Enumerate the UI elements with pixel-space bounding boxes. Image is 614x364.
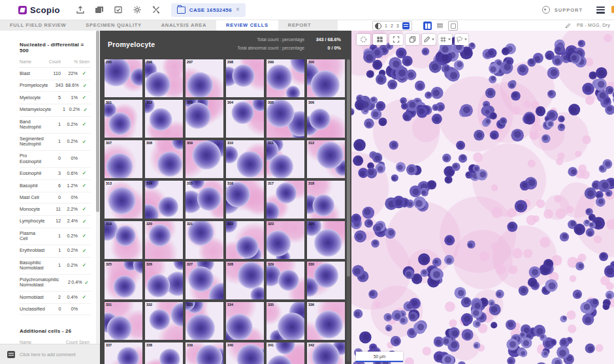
cell-tile[interactable]: 322 — [226, 221, 264, 259]
cases-icon[interactable] — [95, 5, 104, 14]
split-view-button[interactable] — [423, 22, 432, 30]
table-row-unclassified[interactable]: Unclassified00% — [20, 304, 91, 316]
table-row-eosinophil[interactable]: Eosinophil30.6%✓ — [20, 168, 91, 180]
cell-tile[interactable]: 334 — [226, 302, 264, 340]
tab-full-field-review[interactable]: FULL FIELD REVIEW — [0, 20, 76, 31]
layers-icon[interactable] — [406, 34, 419, 45]
lasso-tool-button[interactable] — [455, 34, 468, 45]
table-row-myelocyte[interactable]: Myelocyte51%✓ — [20, 92, 91, 104]
tab-report[interactable]: REPORT — [278, 20, 321, 31]
pencil-tool-button[interactable] — [422, 34, 436, 45]
cell-tile[interactable]: 330 — [307, 262, 345, 299]
scan-review-icon[interactable] — [114, 5, 123, 14]
cell-tile[interactable]: 311 — [267, 140, 304, 178]
expand-icon[interactable] — [389, 34, 403, 45]
table-row-promyelocyte[interactable]: Promyelocyte34368.6%✓ — [20, 80, 91, 93]
cell-tile[interactable]: 310 — [226, 140, 264, 178]
cell-tile[interactable]: 323 — [267, 221, 304, 259]
cell-tile[interactable]: 296 — [145, 59, 183, 97]
cell-tile[interactable]: 313 — [105, 181, 142, 219]
cell-tile[interactable]: 308 — [145, 140, 183, 178]
sidebar-scrollbar[interactable] — [96, 31, 99, 344]
table-row-basophilic-normoblast[interactable]: Basophilic Normoblast10.2%✓ — [20, 258, 91, 275]
table-row-mast-cell[interactable]: Mast Cell00% — [20, 192, 91, 204]
cell-tile[interactable]: 298 — [226, 59, 264, 97]
selection-circle-icon[interactable] — [357, 34, 370, 45]
zoom-level-2[interactable]: 2 — [391, 23, 393, 28]
full-field-viewer[interactable]: 50 μm — [351, 31, 614, 364]
cell-tile[interactable]: 309 — [186, 140, 223, 178]
support-button[interactable]: SUPPORT — [555, 7, 583, 13]
cell-tile[interactable]: 327 — [186, 262, 223, 299]
zoom-level-all-button[interactable] — [402, 22, 410, 29]
tab-analysis-area[interactable]: ANALYSIS AREA — [152, 20, 216, 31]
cell-tile[interactable]: 340 — [226, 342, 264, 364]
cell-tile[interactable]: 331 — [105, 302, 142, 340]
cell-tile[interactable]: 332 — [145, 302, 183, 340]
cell-tile[interactable]: 302 — [145, 100, 183, 138]
cell-tile[interactable]: 318 — [307, 181, 345, 219]
cell-tile[interactable]: 303 — [186, 100, 223, 138]
cell-tile[interactable]: 326 — [145, 262, 183, 299]
cell-tile[interactable]: 319 — [105, 221, 142, 259]
settings-gear-icon[interactable] — [133, 5, 142, 14]
list-view-button[interactable] — [436, 22, 444, 30]
table-row-blast[interactable]: Blast11022%✓ — [20, 68, 91, 80]
cell-tile[interactable]: 306 — [307, 100, 345, 138]
table-row-basophil[interactable]: Basophil61.2%✓ — [20, 180, 91, 192]
cell-tile[interactable]: 314 — [145, 181, 183, 219]
cell-tile[interactable]: 338 — [145, 342, 183, 364]
cell-tile[interactable]: 312 — [307, 140, 345, 178]
cell-tile[interactable]: 329 — [267, 262, 304, 299]
cell-tile[interactable]: 320 — [145, 221, 183, 259]
tools-icon[interactable] — [152, 5, 161, 14]
table-row-band-neutrophil[interactable]: Band Neutrophil10.2%✓ — [20, 117, 91, 134]
thumbnails-icon[interactable] — [373, 34, 387, 45]
cell-tile[interactable]: 342 — [307, 342, 345, 364]
table-row-polychromatophilic-normoblast[interactable]: Polychromatophilic Normoblast20.4%✓ — [20, 275, 91, 292]
cell-tile[interactable]: 321 — [186, 221, 223, 259]
cell-tile[interactable]: 341 — [267, 342, 304, 364]
table-row-segmented-neutrophil[interactable]: Segmented Neutrophil10.2%✓ — [20, 134, 91, 151]
cell-tile[interactable]: 315 — [186, 181, 223, 219]
cell-tile[interactable]: 295 — [105, 59, 142, 97]
cell-tile[interactable]: 337 — [105, 342, 142, 364]
cell-tile[interactable]: 301 — [105, 100, 142, 138]
cell-tile[interactable]: 304 — [226, 100, 264, 138]
save-view-button[interactable] — [448, 21, 458, 31]
cell-tile[interactable]: 336 — [307, 302, 345, 340]
case-close-icon[interactable]: × — [236, 7, 240, 13]
cell-tile[interactable]: 297 — [186, 59, 223, 97]
zoom-level-1[interactable]: 1 — [385, 23, 387, 28]
table-row-lymphocyte[interactable]: Lymphocyte122.4%✓ — [20, 216, 91, 228]
cell-tile[interactable]: 305 — [267, 100, 304, 138]
cell-tile[interactable]: 324 — [307, 221, 345, 259]
cell-tile[interactable]: 316 — [226, 181, 264, 219]
cell-tile[interactable]: 317 — [267, 181, 304, 219]
cell-tile[interactable]: 300 — [307, 59, 345, 97]
comment-input[interactable]: Click here to add comment — [0, 344, 100, 364]
cell-tile[interactable]: 335 — [267, 302, 304, 340]
table-row-metamyelocyte[interactable]: Metamyelocyte10.2%✓ — [20, 104, 91, 117]
blood-smear-image[interactable] — [351, 31, 614, 364]
edit-pencil-icon[interactable] — [565, 20, 571, 31]
cell-tile[interactable]: 299 — [267, 59, 304, 97]
table-row-plasma-cell[interactable]: Plasma Cell10.2%✓ — [20, 228, 91, 245]
account-menu-icon[interactable] — [596, 7, 605, 14]
cell-tile[interactable]: 328 — [226, 262, 264, 299]
table-row-erythroblast[interactable]: Erythroblast10.2%✓ — [20, 245, 91, 258]
table-row-monocyte[interactable]: Monocyte112.2%✓ — [20, 204, 91, 216]
grid-overlay-button[interactable] — [438, 34, 452, 45]
zoom-level-3[interactable]: 3 — [396, 23, 399, 28]
table-row-normoblast[interactable]: Normoblast20.4%✓ — [20, 292, 91, 304]
contrast-icon[interactable] — [375, 23, 381, 29]
cell-tile[interactable]: 339 — [186, 342, 223, 364]
table-row-pro-eosinophil[interactable]: Pro Eosinophil00% — [20, 151, 91, 168]
cell-tile[interactable]: 325 — [105, 262, 142, 299]
case-tab[interactable]: CASE 16532456 × — [171, 3, 246, 17]
cell-tile[interactable]: 333 — [186, 302, 223, 340]
export-icon[interactable] — [76, 5, 85, 14]
gallery-scrollbar[interactable] — [347, 59, 350, 361]
cell-tile[interactable]: 307 — [105, 140, 142, 178]
tab-review-cells[interactable]: REVIEW CELLS — [216, 20, 278, 31]
